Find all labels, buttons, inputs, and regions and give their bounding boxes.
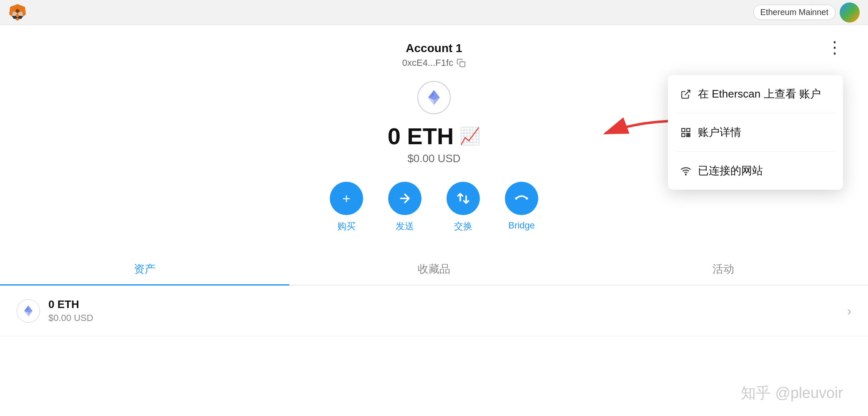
etherscan-label: 在 Etherscan 上查看 账户 [698, 87, 821, 101]
svg-rect-26 [689, 135, 690, 136]
svg-point-14 [526, 197, 528, 200]
watermark: 知乎 @pleuvoir [741, 383, 843, 403]
account-avatar[interactable] [840, 3, 860, 23]
copy-icon[interactable] [457, 58, 466, 68]
tab-assets[interactable]: 资产 [0, 253, 289, 285]
balance-section: 0 ETH 📈 $0.00 USD [388, 123, 481, 165]
eth-balance-text: 0 ETH [388, 123, 454, 150]
top-bar: Ethereum Mainnet [0, 0, 868, 25]
buy-label: 购买 [337, 220, 356, 233]
svg-rect-22 [682, 133, 685, 137]
usd-balance: $0.00 USD [407, 152, 460, 165]
swap-action[interactable]: 交换 [447, 182, 480, 233]
dropdown-etherscan[interactable]: 在 Etherscan 上查看 账户 [668, 75, 843, 113]
bridge-action[interactable]: Bridge [505, 182, 538, 233]
swap-circle [447, 182, 480, 215]
eth-balance: 0 ETH 📈 [388, 123, 481, 150]
svg-point-7 [16, 9, 20, 13]
svg-rect-25 [687, 135, 688, 136]
account-details-label: 账户详情 [698, 125, 741, 140]
svg-point-13 [515, 197, 517, 200]
account-address: 0xcE4...F1fc [402, 58, 466, 68]
dropdown-connected-sites[interactable]: 已连接的网站 [668, 152, 843, 190]
main-content: Account 1 0xcE4...F1fc 0 ETH 📈 $0.00 U [0, 25, 868, 416]
svg-rect-8 [460, 62, 465, 67]
top-bar-right: Ethereum Mainnet [753, 3, 860, 23]
asset-chevron-icon: › [847, 304, 851, 318]
qr-icon [680, 127, 691, 138]
action-buttons: + 购买 发送 交换 [330, 182, 538, 233]
send-label: 发送 [396, 220, 414, 233]
connected-sites-label: 已连接的网站 [698, 163, 763, 178]
swap-label: 交换 [454, 220, 472, 233]
network-selector[interactable]: Ethereum Mainnet [753, 5, 835, 20]
account-name: Account 1 [406, 42, 462, 55]
asset-eth-icon [17, 299, 40, 323]
wifi-icon [680, 165, 691, 176]
svg-rect-21 [687, 128, 690, 132]
svg-rect-24 [689, 133, 690, 135]
send-circle [388, 182, 421, 215]
address-text: 0xcE4...F1fc [402, 58, 453, 68]
asset-row-eth[interactable]: 0 ETH $0.00 USD › [0, 286, 868, 336]
asset-name: 0 ETH [48, 298, 847, 311]
buy-action[interactable]: + 购买 [330, 182, 363, 233]
buy-circle: + [330, 182, 363, 215]
bridge-label: Bridge [508, 220, 535, 231]
chart-icon[interactable]: 📈 [459, 126, 480, 146]
asset-usd: $0.00 USD [48, 313, 847, 323]
tab-nfts[interactable]: 收藏品 [289, 253, 579, 285]
top-bar-left [8, 3, 27, 22]
tabs-section: 资产 收藏品 活动 [0, 253, 868, 286]
three-dots-menu[interactable]: ⋮ [826, 38, 843, 57]
dropdown-account-details[interactable]: 账户详情 [668, 113, 843, 151]
bridge-circle [505, 182, 538, 215]
svg-rect-23 [687, 133, 688, 135]
asset-info: 0 ETH $0.00 USD [48, 298, 847, 323]
dropdown-menu: 在 Etherscan 上查看 账户 账户详情 [668, 75, 843, 190]
svg-rect-20 [682, 128, 685, 132]
svg-line-19 [685, 90, 690, 95]
eth-icon [417, 81, 451, 114]
send-action[interactable]: 发送 [388, 182, 421, 233]
metamask-logo [8, 3, 27, 22]
tab-activity[interactable]: 活动 [579, 253, 868, 285]
external-link-icon [680, 89, 691, 100]
svg-point-27 [685, 174, 686, 175]
